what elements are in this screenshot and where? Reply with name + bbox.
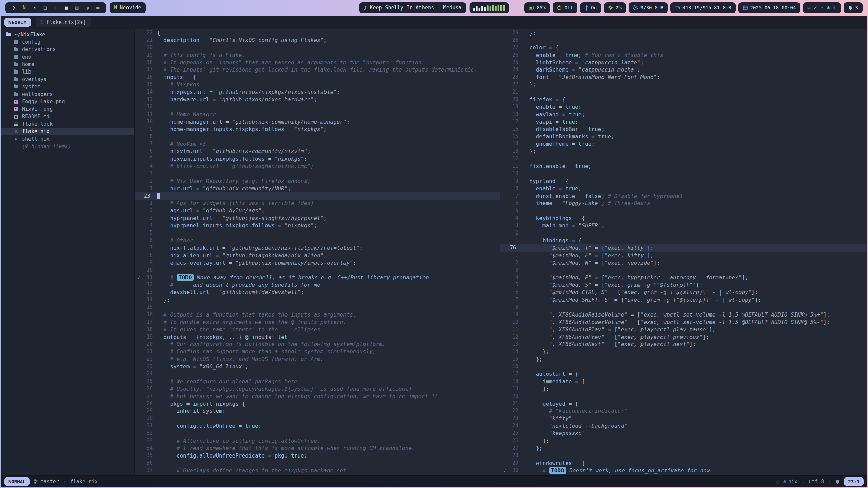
code-line[interactable]: 20 [135, 44, 500, 52]
code-line[interactable]: 7 "$mainMod SHIFT, S" = ["exec, grim -g … [500, 296, 867, 304]
code-line[interactable]: 8 [135, 133, 500, 140]
code-line[interactable]: 28 [500, 37, 867, 44]
tray-mail-icon[interactable]: ✉ [807, 5, 810, 11]
code-line[interactable]: 76 "$mainMod, T" = ["exec, kitty"]; [500, 244, 867, 252]
code-line[interactable]: 3 main-mod = "SUPER"; [500, 222, 867, 229]
code-line[interactable]: 24 [135, 370, 500, 378]
tree-item-Foggy-Lake.png[interactable]: Foggy-Lake.png [1, 98, 134, 105]
code-line[interactable]: 15 }; [500, 355, 867, 363]
code-line[interactable]: 24 darkScheme = "catppuccin-mocha"; [500, 66, 867, 74]
code-line[interactable]: 29 inherit system; [135, 407, 500, 415]
code-line[interactable]: 23 [135, 192, 500, 200]
workspace-record-icon[interactable]: ◎ [86, 5, 89, 11]
editor-pane-right[interactable]: 29 };2827 color = {26 enable = true; # Y… [500, 29, 867, 475]
code-line[interactable]: 13 }; [500, 148, 867, 155]
tree-item-env[interactable]: env [1, 53, 134, 61]
code-line[interactable]: 12 [500, 155, 867, 163]
code-line[interactable]: 14 gnomeTheme = true; [500, 140, 867, 148]
code-line[interactable]: 15 defaultBookmarks = true; [500, 133, 867, 140]
code-line[interactable]: 12 # and doesn't provide any benefits fo… [135, 281, 500, 289]
code-line[interactable]: 16 [500, 363, 867, 370]
code-line[interactable]: 37 # Overlays define changes in the nixp… [135, 467, 500, 474]
idle-inhibitor-module[interactable]: Off [553, 2, 577, 13]
code-line[interactable]: 6 "$mainMod CTRL, S" = ["exec, grim -g \… [500, 289, 867, 296]
code-line[interactable]: 29 }; [500, 29, 867, 37]
code-line[interactable]: 10 ", XF86AudioLowerVolume" = ["exec, wp… [500, 319, 867, 326]
code-line[interactable]: 17 vaapi = true; [500, 118, 867, 126]
code-line[interactable]: 35 config.allowUnfreePredicate = pkg: tr… [135, 452, 500, 460]
code-line[interactable]: 21 # Configs can support more than a sin… [135, 348, 500, 355]
tray-moon-icon[interactable]: ☾ [833, 5, 836, 11]
code-line[interactable]: 22 # e.g. NixOS (linux) and MacOS (darwi… [135, 355, 500, 363]
tree-item-wallpapers[interactable]: wallpapers [1, 90, 134, 98]
code-line[interactable]: 7 dunst.enable = false; # Disable for hy… [500, 192, 867, 200]
tree-item-derivations[interactable]: derivations [1, 46, 134, 53]
code-line[interactable]: 33 # Alternative to setting config.allow… [135, 437, 500, 445]
code-line[interactable]: 12 ", XF86AudioPrev" = ["exec, playerctl… [500, 333, 867, 341]
code-line[interactable]: 10 [500, 170, 867, 178]
code-line[interactable]: 8 [500, 304, 867, 311]
code-line[interactable]: 18 wayland = true; [500, 111, 867, 118]
code-line[interactable]: 2 # Nix User Repository (e.g. Firefox ad… [135, 178, 500, 185]
code-line[interactable]: 15 # Nixpkgs [135, 81, 500, 88]
code-line[interactable]: 8 nix-alien.url = "github:thiagokokada/n… [135, 252, 500, 259]
workspace-sync-icon[interactable]: ↻ [33, 5, 36, 11]
code-line[interactable]: 5 [135, 229, 500, 237]
code-line[interactable]: 34 # I read somewhere that this is more … [135, 445, 500, 452]
code-line[interactable]: 25 lightScheme = "catppuccin-latte"; [500, 59, 867, 66]
clock-module[interactable]: 2025-06-18 00:04 [738, 2, 801, 13]
code-line[interactable]: 14 }; [135, 296, 500, 304]
code-line[interactable]: 9 emacs-overlay.url = "github:nix-commun… [135, 259, 500, 267]
code-line[interactable]: 19 # This config is a Flake. [135, 52, 500, 59]
code-line[interactable]: 5 [500, 207, 867, 215]
workspace-terminal-icon[interactable]: ❯ [12, 5, 15, 11]
code-line[interactable]: 22 # "kdeconnect-indicator" [500, 407, 867, 415]
code-line[interactable]: 2 [500, 229, 867, 237]
tree-item-shell.nix[interactable]: ❄shell.nix [1, 135, 134, 143]
code-line[interactable]: 26 # Usually, "nixpkgs.legacyPackages.${… [135, 385, 500, 393]
code-line[interactable]: 7 nix-flatpak.url = "github:gmodena/nix-… [135, 244, 500, 252]
code-line[interactable]: 4 keybindings = { [500, 215, 867, 222]
code-line[interactable]: 14 nixpkgs.url = "github:nixos/nixpkgs/n… [135, 88, 500, 96]
buffer-tab[interactable]: 1 flake.nix[2+] [36, 17, 91, 27]
tree-item-root[interactable]: ~/NixFlake [1, 31, 134, 38]
cpu-module[interactable]: 2% [604, 2, 626, 13]
code-line[interactable]: 31 config.allowUnfree = true; [135, 422, 500, 430]
tree-item-flake.lock[interactable]: flake.lock [1, 120, 134, 128]
code-line[interactable]: 8 enable = true; [500, 185, 867, 192]
tree-item-lib[interactable]: lib [1, 68, 134, 76]
bluetooth-module[interactable]: On [580, 2, 601, 13]
workspace-window-a-icon[interactable]: □ [44, 5, 47, 11]
code-line[interactable]: 10 [135, 267, 500, 274]
code-line[interactable]: 20 [500, 393, 867, 400]
code-line[interactable]: 9 home-manager.inputs.nixpkgs.follows = … [135, 126, 500, 133]
battery-module[interactable]: 85% [524, 2, 550, 13]
code-line[interactable]: 13 ", XF86AudioNext" = ["exec, playerctl… [500, 341, 867, 348]
code-line[interactable]: 23 "kitty" [500, 415, 867, 422]
tray-nix-snowflake-icon[interactable]: ❄ [827, 5, 830, 11]
code-line[interactable]: 17 # The inputs' git revisions get locke… [135, 66, 500, 74]
code-line[interactable]: 24 "nextcloud --background" [500, 422, 867, 430]
editor-pane-left[interactable]: 22{21 description = "ChUrl's NixOS confi… [135, 29, 500, 475]
code-line[interactable]: 13 hardware.url = "github:nixos/nixos-ha… [135, 96, 500, 103]
tree-item-NixVim.png[interactable]: NixVim.png [1, 105, 134, 113]
code-line[interactable]: 18 # It depends on "inputs" that are pas… [135, 59, 500, 66]
code-line[interactable]: 4 hyprpanel.inputs.nixpkgs.follows = "ni… [135, 222, 500, 229]
code-line[interactable]: 2 "$mainMod, N" = ["exec, neovide"]; [500, 259, 867, 267]
code-line[interactable]: 20 firefox = { [500, 96, 867, 103]
code-line[interactable]: 19 enable = true; [500, 103, 867, 111]
code-line[interactable]: 1 bindings = { [500, 237, 867, 244]
code-line[interactable]: 16 # Outputs is a function that takes th… [135, 311, 500, 319]
code-line[interactable]: 21 [500, 88, 867, 96]
code-line[interactable]: 11 fish.enable = true; [500, 163, 867, 170]
code-line[interactable]: 2 ags.url = "github:Aylur/ags"; [135, 207, 500, 215]
code-line[interactable]: 4 "$mainMod, P" = ["exec, hyprpicker --a… [500, 274, 867, 281]
workspace-files-icon[interactable]: ▤ [75, 5, 78, 11]
tray-warning-icon[interactable]: ⚠ [820, 5, 823, 11]
code-line[interactable]: 30 [135, 415, 500, 422]
code-line[interactable]: 16 inputs = { [135, 74, 500, 81]
code-line[interactable]: 25 # We configure our global packages he… [135, 378, 500, 385]
code-line[interactable]: 3 [500, 267, 867, 274]
code-line[interactable]: 6 theme = "Foggy-Lake"; # Three-Bears [500, 200, 867, 207]
code-line[interactable]: 23 system = "x86_64-linux"; [135, 363, 500, 370]
